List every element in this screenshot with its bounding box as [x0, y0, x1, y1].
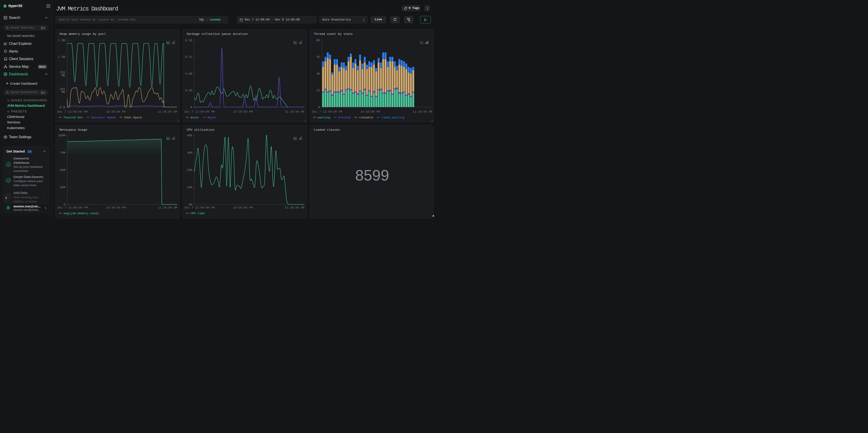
- svg-text:30%: 30%: [187, 151, 192, 154]
- svg-text:major: major: [208, 116, 217, 119]
- svg-text:30: 30: [316, 72, 320, 75]
- svg-text:10:30:00 PM: 10:30:00 PM: [106, 110, 125, 114]
- svg-text:runnable: runnable: [359, 116, 373, 119]
- svg-text:20%: 20%: [187, 168, 192, 172]
- svg-text:10:30:00 PM: 10:30:00 PM: [233, 110, 253, 114]
- svg-text:11:30:00 AM: 11:30:00 AM: [157, 110, 177, 114]
- svg-text:11:30:00 AM: 11:30:00 AM: [285, 110, 304, 114]
- svg-text:1 GB: 1 GB: [58, 55, 65, 59]
- svg-text:Dec 7 12:00:00 PM: Dec 7 12:00:00 PM: [184, 206, 215, 209]
- svg-text:11:30:00 AM: 11:30:00 AM: [158, 206, 177, 209]
- svg-text:10:30:00 PM: 10:30:00 PM: [360, 110, 380, 114]
- svg-text:60: 60: [316, 38, 320, 42]
- svg-text:timed_waiting: timed_waiting: [381, 116, 404, 119]
- svg-text:0: 0: [191, 105, 192, 109]
- svg-text:0: 0: [318, 105, 320, 109]
- svg-text:15: 15: [316, 89, 320, 92]
- svg-text:CPU time: CPU time: [191, 212, 205, 215]
- svg-text:1 GB: 1 GB: [58, 38, 65, 42]
- svg-text:0.04: 0.04: [185, 89, 192, 92]
- svg-text:75M: 75M: [60, 151, 65, 154]
- svg-text:0.16: 0.16: [185, 38, 192, 42]
- svg-text:blocked: blocked: [338, 116, 351, 119]
- svg-text:Dec 7 12:00:00 PM: Dec 7 12:00:00 PM: [184, 110, 215, 114]
- svg-text:minor: minor: [191, 116, 199, 119]
- svg-text:waiting: waiting: [318, 116, 330, 119]
- svg-text:10:30:00 PM: 10:30:00 PM: [233, 206, 253, 209]
- svg-text:8599: 8599: [355, 167, 389, 184]
- svg-text:11:30:00 AM: 11:30:00 AM: [412, 110, 432, 114]
- svg-text:Eden Space: Eden Space: [124, 116, 142, 119]
- svg-text:11:30:00 AM: 11:30:00 AM: [285, 206, 304, 209]
- svg-text:Dec 7 12:00:00 PM: Dec 7 12:00:00 PM: [57, 110, 87, 114]
- svg-text:100M: 100M: [58, 134, 65, 137]
- svg-text:10%: 10%: [187, 186, 192, 189]
- svg-text:0.12: 0.12: [185, 55, 192, 59]
- svg-text:MB: MB: [61, 90, 65, 94]
- svg-text:50M: 50M: [60, 168, 65, 172]
- svg-text:25M: 25M: [60, 186, 65, 189]
- svg-text:45: 45: [316, 55, 320, 59]
- svg-text:10:30:00 PM: 10:30:00 PM: [106, 206, 126, 209]
- svg-text:avg(jvm.memory.used): avg(jvm.memory.used): [63, 212, 99, 215]
- svg-text:0 B: 0 B: [60, 105, 65, 109]
- svg-text:40%: 40%: [187, 134, 192, 137]
- svg-text:Dec 7 12:00:00 PM: Dec 7 12:00:00 PM: [312, 110, 342, 114]
- svg-text:Survivor Space: Survivor Space: [91, 116, 116, 119]
- svg-text:Dec 7 12:00:00 PM: Dec 7 12:00:00 PM: [57, 206, 88, 209]
- svg-text:Tenured Gen: Tenured Gen: [63, 116, 83, 119]
- svg-text:0.08: 0.08: [185, 72, 192, 75]
- svg-text:MB: MB: [61, 73, 65, 77]
